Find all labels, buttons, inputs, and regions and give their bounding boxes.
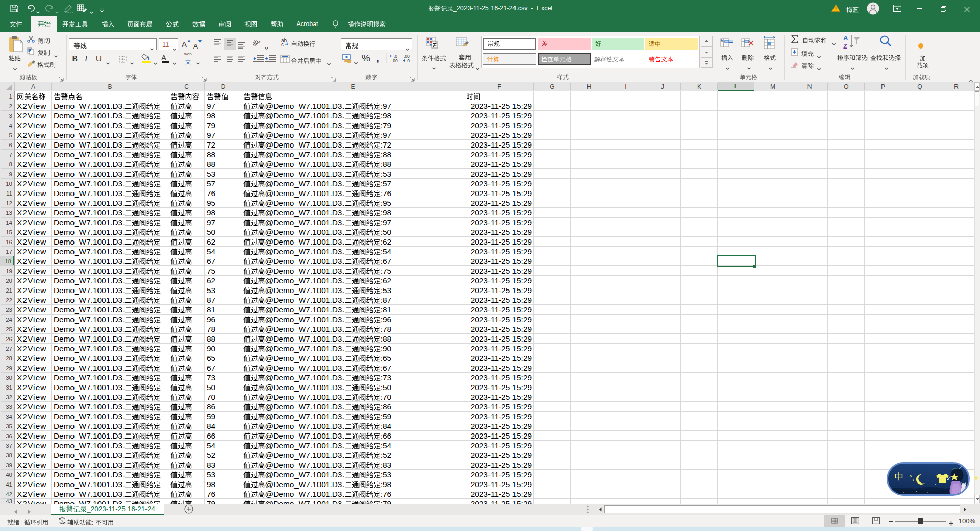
svg-text:A: A [843,34,848,42]
svg-text:.0: .0 [406,58,410,63]
svg-text:Z: Z [843,42,847,50]
svg-text:?: ? [61,519,63,524]
svg-text:°,: °, [909,473,914,482]
svg-text:c: c [281,42,284,47]
svg-text:.00: .00 [391,58,398,63]
